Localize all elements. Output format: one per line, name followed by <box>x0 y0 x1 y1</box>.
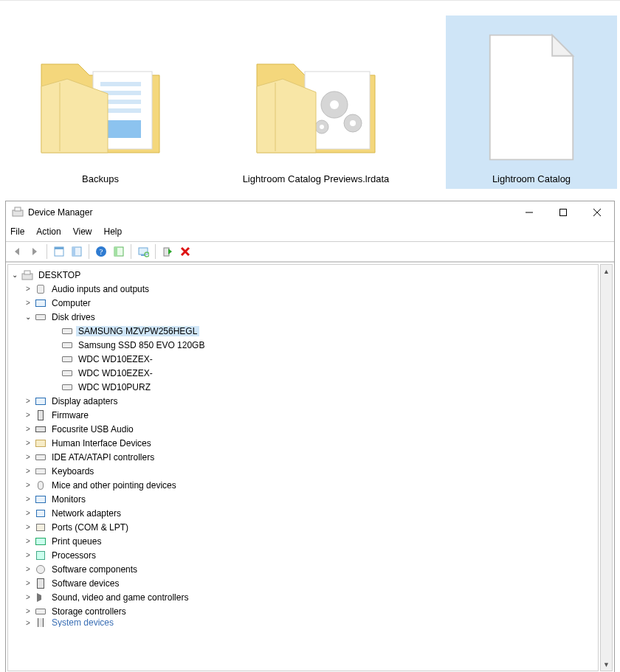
menu-file[interactable]: File <box>10 226 24 237</box>
tree-node-label: Monitors <box>49 494 88 505</box>
tower-icon <box>35 409 46 421</box>
svg-rect-14 <box>15 207 21 211</box>
drive-icon <box>61 353 73 365</box>
tree-node[interactable]: > Software devices <box>10 576 596 590</box>
tree-node[interactable]: > Sound, video and game controllers <box>10 590 596 604</box>
toolbar: ? <box>6 241 614 262</box>
tree-node[interactable]: > Processors <box>10 548 596 562</box>
folder-with-files-icon <box>19 20 182 167</box>
tree-node-label: Mice and other pointing devices <box>49 480 179 491</box>
tree-node[interactable]: > Display adapters <box>10 394 596 408</box>
tree-leaf[interactable]: WDC WD10EZEX- <box>10 366 596 380</box>
explorer-files-row: Backups Lightro <box>0 0 620 193</box>
tree-root[interactable]: ⌄ DESKTOP <box>10 268 596 282</box>
tree-node[interactable]: > Storage controllers <box>10 604 596 618</box>
scan-hardware-button[interactable] <box>135 243 151 260</box>
tree-node-label: Display adapters <box>49 396 120 406</box>
back-button[interactable] <box>9 243 25 260</box>
drive-icon <box>35 606 46 617</box>
monitor-icon <box>35 493 46 505</box>
tree-node[interactable]: > Ports (COM & LPT) <box>10 520 596 534</box>
tree-node[interactable]: > Network adapters <box>10 506 596 520</box>
svg-rect-20 <box>55 247 63 249</box>
svg-rect-26 <box>114 247 117 256</box>
svg-text:?: ? <box>100 247 103 256</box>
svg-rect-34 <box>24 271 30 274</box>
tree-node-label: Software components <box>49 564 140 575</box>
tree-node[interactable]: > Computer <box>10 296 596 310</box>
tree-node-label: Sound, video and game controllers <box>49 592 190 603</box>
mouse-icon <box>35 479 46 491</box>
tree-node[interactable]: > Print queues <box>10 534 596 548</box>
titlebar: Device Manager <box>6 201 614 224</box>
tree-leaf[interactable]: SAMSUNG MZVPW256HEGL <box>10 324 596 338</box>
tree-node-label: Network adapters <box>49 508 123 519</box>
scroll-down-icon[interactable]: ▼ <box>601 658 612 671</box>
hid-icon <box>35 437 46 449</box>
drive-icon <box>61 339 73 351</box>
tree-node-label: System devices <box>49 618 116 627</box>
tree-node[interactable]: > IDE ATA/ATAPI controllers <box>10 450 596 464</box>
device-manager-window: Device Manager File Action View Help ? <box>5 201 615 672</box>
menu-view[interactable]: View <box>73 226 92 237</box>
menu-bar: File Action View Help <box>6 224 614 241</box>
tree-leaf[interactable]: Samsung SSD 850 EVO 120GB <box>10 338 596 352</box>
tree-node-label: Focusrite USB Audio <box>49 424 136 434</box>
tree-node[interactable]: ⌄ Disk drives <box>10 310 596 324</box>
chip-icon <box>35 550 46 561</box>
tree-node[interactable]: > Monitors <box>10 492 596 506</box>
dev-icon <box>35 578 46 589</box>
svg-rect-27 <box>139 248 148 254</box>
keyboard-icon <box>35 465 46 477</box>
usb-icon <box>35 423 46 435</box>
tree-leaf[interactable]: WDC WD10PURZ <box>10 380 596 394</box>
tree-node[interactable]: > Software components <box>10 562 596 576</box>
scroll-up-icon[interactable]: ▲ <box>601 265 612 277</box>
speaker-icon <box>35 283 46 295</box>
vertical-scrollbar[interactable]: ▲ ▼ <box>600 264 613 671</box>
menu-help[interactable]: Help <box>104 226 123 237</box>
tree-node[interactable]: > Firmware <box>10 408 596 422</box>
maximize-button[interactable] <box>546 201 580 224</box>
properties-button[interactable] <box>51 243 67 260</box>
tree-node[interactable]: > Human Interface Devices <box>10 436 596 450</box>
monitor-icon <box>35 395 46 407</box>
explorer-item-label: Backups <box>82 173 119 184</box>
tree-node-label: Storage controllers <box>49 606 128 617</box>
menu-action[interactable]: Action <box>36 226 61 237</box>
enable-device-button[interactable] <box>159 243 176 260</box>
forward-button[interactable] <box>27 243 43 260</box>
svg-rect-22 <box>72 247 75 256</box>
drive-icon <box>61 367 73 379</box>
tree-node[interactable]: > Audio inputs and outputs <box>10 282 596 296</box>
tree-node[interactable]: > Keyboards <box>10 464 596 478</box>
tree-node[interactable]: > Focusrite USB Audio <box>10 422 596 436</box>
explorer-item-catalog[interactable]: Lightroom Catalog <box>446 15 617 189</box>
tree-node-label: Ports (COM & LPT) <box>49 522 131 533</box>
refresh-button[interactable] <box>69 243 85 260</box>
computer-icon <box>21 269 33 281</box>
minimize-button[interactable] <box>512 201 546 224</box>
help-button[interactable]: ? <box>93 243 109 260</box>
tree-leaf-label: WDC WD10EZEX- <box>76 368 155 378</box>
uninstall-device-button[interactable] <box>177 243 193 260</box>
tree-node-label: Keyboards <box>49 466 96 477</box>
tree-node[interactable]: > Mice and other pointing devices <box>10 478 596 492</box>
explorer-item-lrdata[interactable]: Lightroom Catalog Previews.lrdata <box>230 15 402 189</box>
explorer-item-backups[interactable]: Backups <box>15 15 186 189</box>
tree-leaf[interactable]: WDC WD10EZEX- <box>10 352 596 366</box>
tree-root-label: DESKTOP <box>36 270 83 280</box>
drive-icon <box>35 451 46 463</box>
port-icon <box>35 522 46 533</box>
device-tree[interactable]: ⌄ DESKTOP > Audio inputs and outputs > C… <box>7 264 599 671</box>
drive-icon <box>61 381 73 393</box>
toolbar-separator <box>89 244 89 259</box>
svg-point-10 <box>330 100 339 109</box>
net-icon <box>35 508 46 519</box>
close-button[interactable] <box>580 201 614 224</box>
tree-node[interactable]: > System devices <box>10 618 596 627</box>
toolbar-separator <box>46 244 47 259</box>
tree-node-label: Human Interface Devices <box>49 438 154 448</box>
tree-leaf-label: SAMSUNG MZVPW256HEGL <box>76 326 199 336</box>
update-driver-button[interactable] <box>111 243 127 260</box>
